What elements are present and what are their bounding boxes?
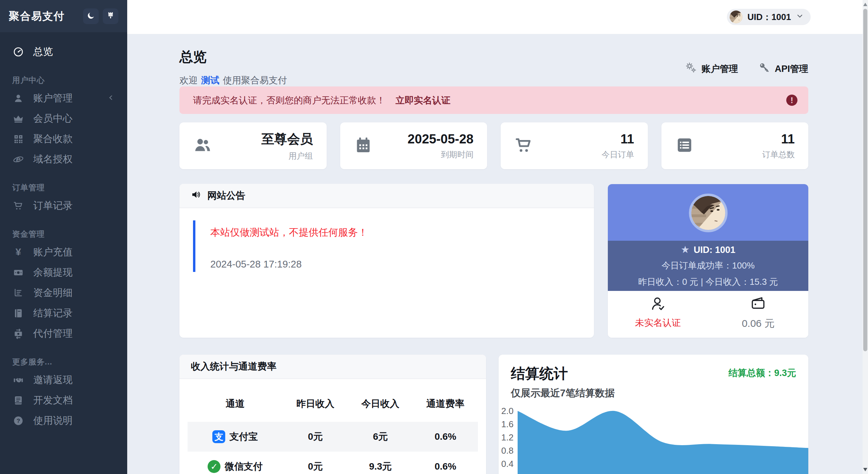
sidebar-item-overview[interactable]: 总览 <box>0 42 127 62</box>
stat-card-total-orders: 11 订单总数 <box>661 122 809 169</box>
stat-card-usergroup: 至尊会员 用户组 <box>179 122 327 169</box>
profile-card: ★UID: 1001 今日订单成功率：100% 昨日收入：0 元 | 今日收入：… <box>608 184 808 338</box>
main-content: 总览 欢迎测试使用聚合易支付 账户管理 API管理 请完成实名认证，否则您的商户… <box>127 34 863 474</box>
settlement-title: 结算统计 <box>511 364 568 383</box>
chart-y-tick-label: 1.6 <box>499 419 514 430</box>
chart-y-tick-label: 0.8 <box>499 446 514 456</box>
sidebar-item-label: 账户管理 <box>33 92 73 105</box>
chevron-down-icon <box>796 12 804 22</box>
settlement-total: 结算总额：9.3元 <box>728 367 796 379</box>
user-check-icon <box>650 296 666 313</box>
alipay-icon: 支 <box>212 430 225 443</box>
sidebar-item-invite-rebate[interactable]: 邀请返现 <box>0 370 127 390</box>
profile-success-rate: 今日订单成功率：100% <box>661 260 755 272</box>
settlement-chart-svg <box>518 406 808 474</box>
list-icon <box>675 136 694 156</box>
theme-button[interactable] <box>103 8 118 24</box>
verify-status-label: 未实名认证 <box>635 317 681 329</box>
col-today: 今日收入 <box>348 391 413 422</box>
crown-icon <box>12 113 24 125</box>
channel-name: 支付宝 <box>229 430 258 443</box>
svg-text:¥: ¥ <box>16 247 21 257</box>
sidebar-item-label: 域名授权 <box>33 153 73 166</box>
stat-value: 11 <box>762 132 795 146</box>
stat-cards: 至尊会员 用户组 2025-05-28 到期时间 11 今日订单 <box>179 122 808 169</box>
wallet-icon <box>750 296 766 313</box>
svg-text:?: ? <box>17 417 20 424</box>
sidebar-item-label: 账户充值 <box>33 245 73 259</box>
income-table: 通道 昨日收入 今日收入 通道费率 支支付宝 0元 6元 0.6% ✓微信支付 <box>188 391 478 474</box>
scroll-down-arrow-icon[interactable] <box>863 468 867 471</box>
alert-message: 请完成实名认证，否则您的商户无法正常收款！ <box>193 94 385 106</box>
sidebar-item-recharge[interactable]: ¥ 账户充值 <box>0 242 127 262</box>
channel-name: 微信支付 <box>225 460 263 473</box>
yesterday-income: 0元 <box>283 452 348 474</box>
sidebar-item-aggregate-collection[interactable]: 聚合收款 <box>0 129 127 149</box>
sidebar-item-settlement-records[interactable]: 结算记录 <box>0 303 127 323</box>
channel-rate: 0.6% <box>413 452 478 474</box>
profile-income: 昨日收入：0 元 | 今日收入：15.3 元 <box>638 276 778 288</box>
scroll-up-arrow-icon[interactable] <box>863 3 867 6</box>
account-manage-link[interactable]: 账户管理 <box>685 62 738 76</box>
dark-mode-toggle-button[interactable] <box>83 8 99 24</box>
chart-lines-icon <box>12 287 24 299</box>
profile-banner <box>608 184 808 241</box>
banknote-icon <box>12 266 24 279</box>
chart-y-tick-label: 1.2 <box>499 432 514 443</box>
balance-value: 0.06 元 <box>742 317 775 331</box>
sidebar-item-label: 邀请返现 <box>33 373 73 387</box>
sidebar: 聚合易支付 总览 用户中心 账户管理 会员中心 <box>0 0 127 474</box>
verify-alert: 请完成实名认证，否则您的商户无法正常收款！ 立即实名认证 ! <box>179 86 808 114</box>
page-title: 总览 <box>179 47 287 66</box>
sidebar-header: 聚合易支付 <box>0 0 127 32</box>
stat-value: 11 <box>602 132 634 146</box>
sidebar-section-order-management: 订单管理 <box>0 182 127 193</box>
app-logo[interactable]: 聚合易支付 <box>9 9 79 23</box>
sidebar-item-order-records[interactable]: 订单记录 <box>0 196 127 216</box>
stat-label: 今日订单 <box>602 149 634 160</box>
scrollbar[interactable] <box>863 0 868 474</box>
income-table-title: 收入统计与通道费率 <box>191 360 276 373</box>
user-menu-button[interactable]: UID：1001 <box>727 9 811 25</box>
welcome-username-link[interactable]: 测试 <box>201 75 219 85</box>
api-manage-link[interactable]: API管理 <box>758 62 808 76</box>
avatar <box>730 11 742 23</box>
stat-value: 2025-05-28 <box>408 132 474 146</box>
paint-brush-icon <box>106 11 115 21</box>
book-icon <box>12 394 24 407</box>
sidebar-item-payout-management[interactable]: 代付管理 <box>0 323 127 344</box>
speaker-icon <box>191 189 202 202</box>
verify-now-link[interactable]: 立即实名认证 <box>396 94 450 106</box>
globe-e-icon: e <box>12 153 24 165</box>
announcement-item: 本站仅做测试站，不提供任何服务！ 2024-05-28 17:19:28 <box>193 220 580 272</box>
avatar <box>689 194 728 232</box>
announcement-card: 网站公告 本站仅做测试站，不提供任何服务！ 2024-05-28 17:19:2… <box>179 184 594 338</box>
uid-label: UID：1001 <box>747 11 791 23</box>
announcement-header: 网站公告 <box>179 184 594 208</box>
announcement-timestamp: 2024-05-28 17:19:28 <box>210 259 580 270</box>
gears-icon <box>685 62 697 76</box>
col-channel: 通道 <box>188 391 283 422</box>
sidebar-item-fund-details[interactable]: 资金明细 <box>0 283 127 303</box>
sidebar-item-dev-docs[interactable]: 开发文档 <box>0 390 127 411</box>
sidebar-section-fund-management: 资金管理 <box>0 229 127 239</box>
sidebar-item-label: 订单记录 <box>33 199 73 213</box>
welcome-prefix: 欢迎 <box>179 75 198 85</box>
yen-icon: ¥ <box>12 246 24 258</box>
stat-card-expiry: 2025-05-28 到期时间 <box>340 122 487 169</box>
sidebar-item-withdraw[interactable]: 余额提现 <box>0 262 127 283</box>
balance-cell: 0.06 元 <box>708 291 809 338</box>
sidebar-item-domain-auth[interactable]: e 域名授权 <box>0 149 127 170</box>
sidebar-section-more-services: 更多服务... <box>0 357 127 367</box>
profile-uid-value: UID: 1001 <box>694 245 735 255</box>
income-table-card: 收入统计与通道费率 通道 昨日收入 今日收入 通道费率 支支付宝 0元 6元 <box>179 355 486 474</box>
verify-status-cell[interactable]: 未实名认证 <box>608 291 708 338</box>
topbar: UID：1001 <box>127 0 863 34</box>
sidebar-item-user-guide[interactable]: ? 使用说明 <box>0 411 127 431</box>
sidebar-item-membership[interactable]: 会员中心 <box>0 108 127 129</box>
scrollbar-thumb[interactable] <box>863 9 867 351</box>
stat-value: 至尊会员 <box>262 131 313 148</box>
table-row: ✓微信支付 0元 9.3元 0.6% <box>188 452 478 474</box>
sidebar-item-account[interactable]: 账户管理 <box>0 88 127 108</box>
stat-card-today-orders: 11 今日订单 <box>501 122 648 169</box>
